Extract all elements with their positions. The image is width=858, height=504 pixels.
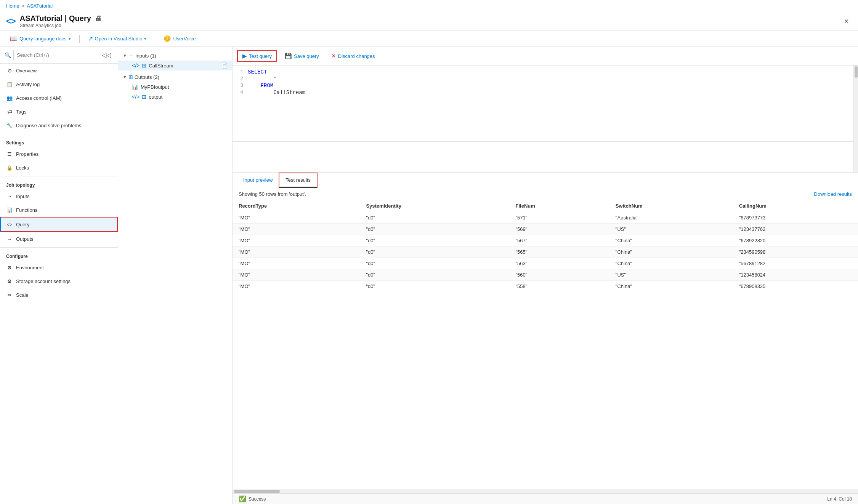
close-button[interactable]: × [841, 15, 852, 28]
line-content-1: SELECT [248, 69, 853, 75]
diagnose-icon: 🔧 [6, 122, 13, 129]
editor-line-1: 1 SELECT [233, 69, 853, 75]
environment-icon: ⚙ [6, 264, 13, 271]
sidebar-item-inputs[interactable]: → Inputs [0, 189, 118, 203]
table-cell: "678908335' [733, 281, 858, 292]
query-lang-docs-button[interactable]: 📖 Query language docs ▾ [6, 33, 75, 44]
access-control-icon: 👥 [6, 94, 13, 101]
line-number-2: 2 [233, 76, 248, 82]
table-header: RecordType SystemIdentity FileNum Switch… [233, 200, 858, 212]
sidebar-item-scale[interactable]: ✏ Scale [0, 288, 118, 302]
download-results-link[interactable]: Download results [814, 191, 852, 197]
content-area: ▼ → Inputs (1) </> ⊞ CallStream 📄 ▼ [118, 47, 858, 504]
settings-section-label: Settings [0, 136, 118, 147]
smiley-icon: 😊 [164, 35, 171, 42]
query-icon: <> [6, 221, 13, 228]
table-row: "MO""d0""567""China""678922820' [233, 235, 858, 246]
table-cell: "China" [609, 235, 733, 246]
col-record-type: RecordType [233, 200, 360, 212]
toolbar-separator-2 [155, 35, 155, 43]
code-editor[interactable]: 1 SELECT 2 * 3 FROM [233, 66, 853, 172]
sidebar-item-access-control[interactable]: 👥 Access control (IAM) [0, 91, 118, 105]
table-cell: "560" [510, 269, 609, 281]
breadcrumb-home[interactable]: Home [6, 3, 19, 9]
editor-scrollbar[interactable] [853, 66, 858, 172]
tree-inputs-header[interactable]: ▼ → Inputs (1) [118, 51, 232, 61]
sidebar-item-activity-log[interactable]: 📋 Activity log [0, 77, 118, 91]
locks-icon: 🔒 [6, 164, 13, 171]
editor-area[interactable]: 1 SELECT 2 * 3 FROM [233, 66, 853, 142]
sidebar-item-locks[interactable]: 🔒 Locks [0, 161, 118, 174]
sidebar-item-properties[interactable]: ☰ Properties [0, 147, 118, 161]
table-cell: "567" [510, 235, 609, 246]
line-content-2: * [248, 76, 853, 82]
table-cell: "MO" [233, 224, 360, 235]
data-table: RecordType SystemIdentity FileNum Switch… [233, 200, 858, 292]
table-cell: "d0" [360, 281, 509, 292]
sidebar-item-functions[interactable]: 📊 Functions [0, 203, 118, 217]
search-icon: 🔍 [5, 52, 11, 58]
col-switch-num: SwitchNum [609, 200, 733, 212]
results-table[interactable]: RecordType SystemIdentity FileNum Switch… [233, 200, 858, 489]
sidebar-item-diagnose[interactable]: 🔧 Diagnose and solve problems [0, 118, 118, 132]
query-toolbar: ▶ Test query 💾 Save query ✕ Discard chan… [233, 47, 858, 66]
table-cell: "234590598' [733, 246, 858, 258]
tree-panel: ▼ → Inputs (1) </> ⊞ CallStream 📄 ▼ [118, 47, 233, 504]
table-cell: "571" [510, 212, 609, 224]
sidebar-item-query[interactable]: <> Query [0, 217, 118, 232]
table-scroll-wrapper: RecordType SystemIdentity FileNum Switch… [233, 200, 858, 493]
line-number-4: 4 [233, 90, 248, 96]
tab-input-preview[interactable]: Input preview [237, 173, 279, 187]
table-cell: "MO" [233, 258, 360, 269]
storage-icon: ⚙ [6, 278, 13, 285]
divider-3 [0, 247, 118, 248]
results-tabs: Input preview Test results [233, 173, 858, 188]
editor-line-2: 2 * [233, 75, 853, 82]
outputs-icon: → [6, 235, 13, 242]
table-row: "MO""d0""571""Australia""678973773' [233, 212, 858, 224]
discard-changes-button[interactable]: ✕ Discard changes [327, 51, 380, 61]
table-cell: "China" [609, 258, 733, 269]
sidebar-item-environment[interactable]: ⚙ Environment [0, 261, 118, 274]
table-cell: "d0" [360, 246, 509, 258]
tree-outputs-header[interactable]: ▼ ⊞ Outputs (2) [118, 72, 232, 82]
callstream-doc-icon[interactable]: 📄 [221, 62, 228, 69]
tree-section-inputs: ▼ → Inputs (1) </> ⊞ CallStream 📄 [118, 50, 232, 71]
horizontal-scrollbar[interactable] [233, 489, 858, 493]
tree-item-output[interactable]: </> ⊞ output [118, 92, 232, 102]
table-row: "MO""d0""569""US""123437762' [233, 224, 858, 235]
breadcrumb-separator: > [22, 3, 25, 9]
print-button[interactable]: 🖨 [95, 14, 102, 22]
tab-test-results[interactable]: Test results [279, 173, 318, 188]
sidebar-item-tags[interactable]: 🏷 Tags [0, 105, 118, 118]
table-row: "MO""d0""560""US""123458024' [233, 269, 858, 281]
table-cell: "d0" [360, 224, 509, 235]
book-icon: 📖 [10, 35, 18, 42]
user-voice-button[interactable]: 😊 UserVoice [160, 33, 199, 44]
breadcrumb-current[interactable]: ASATutorial [27, 3, 53, 9]
sidebar-item-overview[interactable]: ⊙ Overview [0, 64, 118, 77]
sidebar-item-storage-account-settings[interactable]: ⚙ Storage account settings [0, 274, 118, 288]
top-toolbar: 📖 Query language docs ▾ ↗ Open in Visual… [0, 31, 858, 47]
tree-item-mypbioutput[interactable]: 📊 MyPBIoutput [118, 82, 232, 92]
divider-1 [0, 134, 118, 134]
search-input[interactable] [13, 50, 97, 60]
page-subtitle: Stream Analytics job [20, 23, 102, 28]
sidebar-item-outputs[interactable]: → Outputs [0, 232, 118, 246]
collapse-sidebar-button[interactable]: ◁◁ [99, 51, 113, 59]
table-cell: "678922820' [733, 235, 858, 246]
cursor-position: Ln 4, Col 18 [827, 496, 852, 502]
nav-section-settings: ☰ Properties 🔒 Locks [0, 147, 118, 174]
divider-2 [0, 176, 118, 176]
table-cell: "China" [609, 281, 733, 292]
scale-icon: ✏ [6, 291, 13, 298]
open-visual-studio-button[interactable]: ↗ Open in Visual Studio ▾ [84, 33, 151, 44]
col-system-identity: SystemIdentity [360, 200, 509, 212]
tree-item-callstream[interactable]: </> ⊞ CallStream 📄 [118, 61, 232, 70]
external-link-icon: ↗ [88, 35, 93, 42]
table-cell: "d0" [360, 258, 509, 269]
line-content-3: FROM [248, 83, 853, 89]
mypbi-icon: 📊 [132, 84, 138, 90]
save-query-button[interactable]: 💾 Save query [280, 51, 324, 61]
test-query-button[interactable]: ▶ Test query [237, 50, 277, 62]
